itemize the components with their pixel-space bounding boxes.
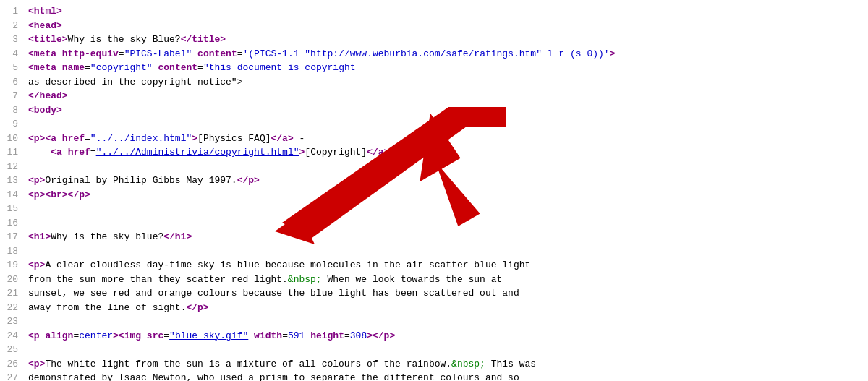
code-line-content: <html> [25, 4, 868, 19]
line-number: 7 [0, 89, 25, 103]
code-line-content: <p align=center><img src="blue sky.gif" … [25, 329, 868, 343]
code-token: "copyright" [90, 62, 153, 73]
code-token: '(PICS-1.1 "http://www.weburbia.com/safe… [243, 48, 610, 59]
code-token: </head> [28, 90, 68, 101]
code-line-content: sunset, we see red and orange colours be… [25, 286, 868, 301]
code-token: <a [51, 147, 67, 158]
code-line-content: </head> [25, 89, 868, 103]
code-token: "PICS-Label" [124, 48, 192, 59]
code-row: 14<p><br></p> [0, 188, 868, 202]
line-number: 27 [0, 371, 25, 381]
code-row: 7</head> [0, 89, 868, 103]
line-number: 9 [0, 117, 25, 132]
code-line-content: <title>Why is the sky Blue?</title> [25, 33, 868, 47]
code-line-content: <a href="../../Administrivia/copyright.h… [25, 145, 868, 160]
code-row: 2<head> [0, 19, 868, 33]
line-number: 15 [0, 202, 25, 216]
code-token: sunset, we see red and orange colours be… [28, 288, 519, 299]
code-token: <meta [28, 62, 62, 73]
code-token: <html> [28, 6, 62, 17]
code-token: <title> [28, 34, 68, 45]
code-token: <h1> [28, 231, 51, 242]
code-token: <p> [28, 133, 45, 144]
code-row: 25 [0, 343, 868, 357]
line-number: 20 [0, 273, 25, 287]
code-row: 17<h1>Why is the sky blue?</h1> [0, 230, 868, 244]
code-line-content: <meta name="copyright" content="this doc… [25, 61, 868, 75]
code-row: 20from the sun more than they scatter re… [0, 273, 868, 287]
code-token: src [147, 330, 163, 341]
code-line-content: <p><br></p> [25, 188, 868, 202]
code-line-content: from the sun more than they scatter red … [25, 273, 868, 287]
code-row: 15 [0, 202, 868, 216]
code-token: > [610, 48, 616, 59]
code-token: ><img [113, 330, 147, 341]
code-line-content: as described in the copyright notice"> [25, 75, 868, 90]
code-row: 27demonstrated by Isaac Newton, who used… [0, 371, 868, 381]
code-token: <p [28, 330, 45, 341]
line-number: 5 [0, 61, 25, 75]
line-number: 24 [0, 329, 25, 343]
code-token: name [62, 62, 85, 73]
code-row: 26<p>The white light from the sun is a m… [0, 357, 868, 372]
code-token: Why is the sky Blue? [68, 34, 181, 45]
code-line-content [25, 314, 868, 329]
code-token: </h1> [163, 231, 192, 242]
code-token: "blue sky.gif" [169, 330, 248, 341]
code-token: "../../Administrivia/copyright.html" [96, 147, 299, 158]
code-line-content: <p>The white light from the sun is a mix… [25, 357, 868, 372]
code-token: When we look towards the sun at [322, 274, 503, 285]
code-token: = [85, 62, 90, 73]
line-number: 19 [0, 258, 25, 273]
code-row: 5<meta name="copyright" content="this do… [0, 61, 868, 75]
code-row: 23 [0, 314, 868, 329]
code-line-content: <p><a href="../../index.html">[Physics F… [25, 132, 868, 146]
line-number: 17 [0, 230, 25, 244]
code-token: = [197, 62, 203, 73]
code-line-content [25, 117, 868, 132]
code-token: A clear cloudless day-time sky is blue b… [45, 260, 530, 270]
code-row: 6as described in the copyright notice"> [0, 75, 868, 90]
code-token: width [254, 330, 282, 341]
line-number: 8 [0, 103, 25, 118]
code-row: 21sunset, we see red and orange colours … [0, 286, 868, 301]
code-line-content: demonstrated by Isaac Newton, who used a… [25, 371, 868, 381]
code-row: 11 <a href="../../Administrivia/copyrigh… [0, 145, 868, 160]
line-number: 6 [0, 75, 25, 90]
code-row: 4<meta http-equiv="PICS-Label" content='… [0, 47, 868, 61]
code-line-content: <p>Original by Philip Gibbs May 1997.</p… [25, 174, 868, 188]
code-line-content [25, 244, 868, 259]
code-token: <a [45, 133, 61, 144]
line-number: 4 [0, 47, 25, 61]
code-token: away from the line of sight. [28, 302, 186, 313]
code-token [28, 147, 51, 158]
code-row: 10<p><a href="../../index.html">[Physics… [0, 132, 868, 146]
line-number: 21 [0, 286, 25, 301]
code-token: <head> [28, 20, 62, 31]
code-row: 1<html> [0, 4, 868, 19]
code-token: <meta [28, 48, 62, 59]
code-token: This was [485, 359, 536, 369]
code-row: 24<p align=center><img src="blue sky.gif… [0, 329, 868, 343]
code-token: ></p> [367, 330, 395, 341]
code-token: &nbsp; [451, 359, 485, 369]
code-token: = [344, 330, 350, 341]
code-line-content [25, 216, 868, 231]
line-number: 25 [0, 343, 25, 357]
code-line-content: <head> [25, 19, 868, 33]
code-row: 12 [0, 160, 868, 174]
line-number: 16 [0, 216, 25, 231]
code-token: > [192, 133, 197, 144]
line-number: 2 [0, 19, 25, 33]
code-line-content [25, 160, 868, 174]
line-number: 18 [0, 244, 25, 259]
line-number: 26 [0, 357, 25, 372]
code-line-content: away from the line of sight.</p> [25, 301, 868, 315]
code-token: = [85, 133, 90, 144]
code-token: </a></p> [367, 147, 412, 158]
code-token: = [163, 330, 169, 341]
code-token: href [68, 147, 90, 158]
line-number: 14 [0, 188, 25, 202]
code-token: [Copyright] [305, 147, 367, 158]
code-token: = [90, 147, 96, 158]
